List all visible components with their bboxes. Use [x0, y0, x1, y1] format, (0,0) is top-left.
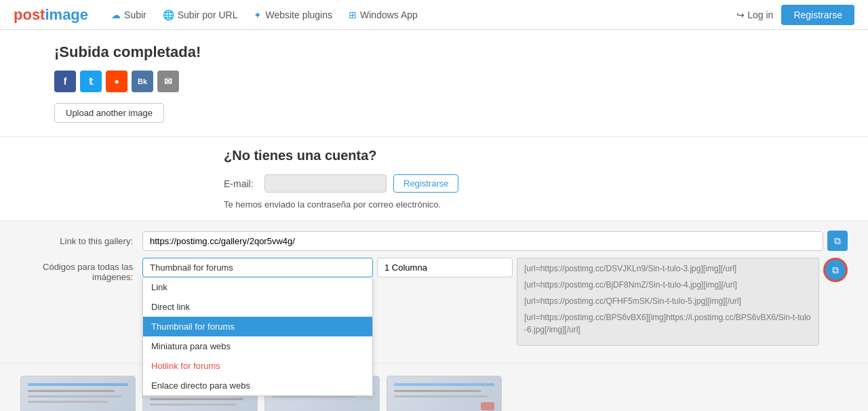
code-type-dropdown-container: Link Direct link Thumbnail for forums Mi…: [142, 258, 373, 277]
account-section: ¿No tienes una cuenta? E-mail: Registrar…: [0, 137, 868, 221]
codes-row: Códigos para todas las imágenes: Link Di…: [20, 258, 848, 346]
header: postimage ☁ Subir 🌐 Subir por URL ✦ Webs…: [0, 0, 868, 30]
social-buttons: f 𝕥 ● Bk ✉: [54, 71, 814, 92]
copy-codes-icon: ⧉: [832, 265, 839, 276]
nav-upload-label: Subir: [124, 9, 146, 20]
success-section: ¡Subida completada! f 𝕥 ● Bk ✉ Upload an…: [0, 30, 868, 137]
windows-icon: ⊞: [349, 9, 357, 20]
gallery-link-input[interactable]: [142, 231, 823, 251]
gallery-link-wrap: ⧉: [142, 231, 848, 251]
nav-upload-url[interactable]: 🌐 Subir por URL: [163, 9, 238, 20]
email-input[interactable]: [264, 174, 387, 193]
dropdown-item-link[interactable]: Link: [143, 277, 372, 297]
gallery-link-label: Link to this gallery:: [20, 236, 142, 246]
dropdown-item-miniatura-webs[interactable]: Miniatura para webs: [143, 336, 372, 356]
code-type-select[interactable]: Link Direct link Thumbnail for forums Mi…: [142, 258, 373, 277]
dropdown-open: Link Direct link Thumbnail for forums Mi…: [142, 277, 373, 396]
header-right: ↪ Log in Registrarse: [736, 5, 854, 25]
logo-image: image: [45, 6, 88, 24]
email-row: E-mail: Registrarse: [224, 174, 848, 193]
nav-plugins[interactable]: ✦ Website plugins: [254, 9, 332, 20]
gallery-section: Link to this gallery: ⧉ Códigos para tod…: [0, 221, 868, 362]
nav-windows-app[interactable]: ⊞ Windows App: [349, 9, 418, 20]
thumbnail-4[interactable]: [387, 376, 502, 411]
account-title: ¿No tienes una cuenta?: [224, 148, 848, 163]
dropdown-item-thumb-forums[interactable]: Thumbnail for forums: [143, 317, 372, 336]
nav-plugins-label: Website plugins: [265, 9, 332, 20]
success-title: ¡Subida completada!: [54, 43, 814, 61]
share-vk-button[interactable]: Bk: [132, 71, 153, 92]
dropdown-item-hotlink[interactable]: Hotlink for forums: [143, 356, 372, 376]
code-line-4: [url=https://postimg.cc/BPS6vBX6][img]ht…: [524, 311, 812, 336]
login-link[interactable]: ↪ Log in: [736, 9, 773, 20]
share-reddit-button[interactable]: ●: [106, 71, 127, 92]
copy-codes-button[interactable]: ⧉: [823, 258, 848, 282]
registrarse-button[interactable]: Registrarse: [393, 174, 458, 193]
login-icon: ↪: [736, 9, 745, 20]
dropdown-item-direct[interactable]: Direct link: [143, 297, 372, 317]
share-twitter-button[interactable]: 𝕥: [80, 71, 102, 92]
thumbnails-row: [0, 365, 868, 411]
column-input[interactable]: [377, 258, 513, 277]
codes-label: Códigos para todas las imágenes:: [20, 262, 142, 282]
gallery-link-row: Link to this gallery: ⧉: [20, 231, 848, 251]
share-email-button[interactable]: ✉: [157, 71, 179, 92]
logo-post: post: [14, 6, 45, 24]
copy-gallery-link-button[interactable]: ⧉: [827, 231, 848, 251]
codes-scroll-area[interactable]: [url=https://postimg.cc/DSVJKLn9/Sin-t-t…: [517, 258, 819, 346]
dropdown-item-enlace-webs[interactable]: Enlace directo para webs: [143, 376, 372, 395]
upload-another-button[interactable]: Upload another image: [54, 103, 164, 123]
select-wrapper: Link Direct link Thumbnail for forums Mi…: [142, 258, 373, 277]
login-label: Log in: [747, 9, 773, 20]
email-label: E-mail:: [224, 178, 258, 189]
thumbnail-1[interactable]: [20, 376, 136, 411]
code-line-2: [url=https://postimg.cc/BjDF8NmZ/Sin-t-t…: [524, 279, 812, 291]
code-line-1: [url=https://postimg.cc/DSVJKLn9/Sin-t-t…: [524, 262, 812, 275]
nav-windows-app-label: Windows App: [360, 9, 418, 20]
nav-upload-url-label: Subir por URL: [178, 9, 238, 20]
sent-text: Te hemos enviado la contraseña por corre…: [224, 199, 848, 210]
logo: postimage: [14, 6, 88, 24]
share-facebook-button[interactable]: f: [54, 71, 76, 92]
globe-icon: 🌐: [163, 9, 174, 20]
nav-upload[interactable]: ☁ Subir: [111, 9, 146, 20]
copy-icon: ⧉: [834, 235, 841, 247]
code-line-3: [url=https://postimg.cc/QFHF5mSK/Sin-t-t…: [524, 295, 812, 307]
upload-icon: ☁: [111, 9, 121, 20]
plugin-icon: ✦: [254, 9, 262, 20]
register-button[interactable]: Registrarse: [781, 5, 854, 25]
